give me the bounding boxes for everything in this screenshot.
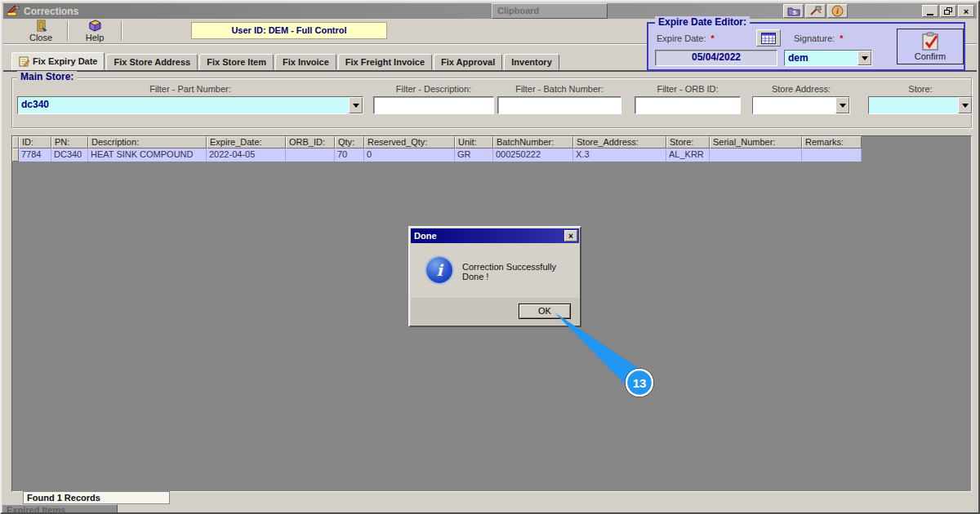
column-header[interactable]: Qty: [335, 136, 364, 148]
confirm-button[interactable]: Confirm [897, 29, 964, 64]
user-id-banner: User ID: DEM - Full Control [191, 22, 387, 39]
minimize-button[interactable] [922, 5, 938, 17]
column-header[interactable]: Expire_Date: [207, 136, 286, 148]
column-header[interactable]: BatchNumber: [493, 136, 573, 148]
column-header[interactable]: Unit: [455, 136, 493, 148]
chevron-down-icon [353, 104, 359, 108]
cell-remarks [802, 148, 862, 162]
cell-pn: DC340 [51, 148, 88, 162]
dialog-titlebar: Done × [411, 228, 579, 243]
help-button-label: Help [86, 33, 105, 42]
dropdown-button[interactable] [858, 51, 871, 65]
filter-part-number: Filter - Part Number: dc340 [17, 84, 363, 114]
tab-label: Fix Store Item [207, 57, 266, 67]
dropdown-button[interactable] [835, 97, 849, 113]
chevron-down-icon [862, 56, 868, 60]
restore-icon [944, 7, 952, 15]
tab-strip: Fix Expiry Date Fix Store Address Fix St… [11, 52, 561, 70]
tab-fix-expiry-date[interactable]: Fix Expiry Date [11, 52, 105, 70]
required-asterisk: * [840, 33, 843, 43]
tab-label: Fix Store Address [114, 57, 190, 67]
info-button[interactable]: i [827, 4, 848, 18]
chevron-down-icon [840, 104, 846, 108]
row-indicator-header [12, 136, 19, 148]
info-icon: i [831, 5, 844, 17]
ok-button[interactable]: OK [519, 304, 571, 319]
expire-date-field[interactable]: 05/04/2022 [655, 50, 777, 66]
grid-header-row: ID: PN: Description: Expire_Date: ORB_ID… [12, 136, 971, 148]
filter-label: Filter - ORB ID: [635, 84, 741, 96]
part-number-combo[interactable]: dc340 [17, 96, 363, 114]
expire-date-editor-panel: Expire Date Editor: Expire Date:* 05/04/… [647, 22, 965, 71]
dropdown-button[interactable] [958, 97, 972, 113]
help-button[interactable]: Help [72, 20, 118, 42]
orb-id-input[interactable] [635, 96, 741, 114]
cell-description: HEAT SINK COMPOUND [88, 148, 207, 162]
filter-label: Filter - Description: [373, 84, 494, 96]
column-header[interactable]: Store: [666, 136, 710, 148]
record-count-status: Found 1 Records [23, 491, 170, 504]
dialog-close-button[interactable]: × [564, 230, 577, 241]
part-number-value: dc340 [18, 97, 349, 113]
store-address-combo[interactable] [752, 96, 850, 114]
calendar-icon [761, 33, 776, 44]
expired-items-window-title[interactable]: Expired Items [2, 504, 118, 514]
dropdown-button[interactable] [349, 97, 363, 113]
signature-combo[interactable]: dem [784, 50, 872, 66]
column-header[interactable]: PN: [51, 136, 88, 148]
clipboard-window-title[interactable]: Clipboard [492, 3, 608, 19]
signature-label: Signature:* [794, 33, 843, 43]
edit-note-icon [19, 56, 29, 67]
tab-label: Inventory [511, 57, 552, 67]
done-dialog: Done × i Correction Successfully Done ! … [408, 226, 581, 327]
row-indicator [12, 148, 19, 162]
info-circle-icon: i [426, 257, 452, 283]
cell-store: AL_KRR [666, 148, 710, 162]
filter-store: Store: [868, 84, 973, 114]
cell-reserved-qty: 0 [364, 148, 455, 162]
cell-store-address: X.3 [573, 148, 666, 162]
store-combo[interactable] [868, 96, 973, 114]
window-title: Corrections [24, 6, 78, 17]
tab-fix-store-item[interactable]: Fix Store Item [199, 54, 274, 70]
corrections-window: Corrections Clipboard S i [0, 0, 980, 514]
confirm-check-icon [920, 32, 941, 51]
close-button[interactable]: Close [18, 20, 64, 42]
required-asterisk: * [711, 33, 715, 43]
tab-inventory[interactable]: Inventory [504, 54, 559, 70]
tab-fix-store-address[interactable]: Fix Store Address [106, 54, 198, 70]
description-input[interactable] [373, 96, 494, 114]
cell-expire-date: 2022-04-05 [207, 148, 286, 162]
batch-number-input[interactable] [497, 96, 621, 114]
filter-label: Filter - Batch Number: [497, 84, 621, 96]
calendar-button[interactable] [756, 29, 781, 47]
tab-label: Fix Freight Invoice [345, 57, 425, 67]
minimize-icon [927, 14, 933, 16]
close-window-button[interactable]: × [958, 5, 974, 17]
filter-label: Store Address: [752, 84, 850, 96]
app-icon [7, 5, 20, 17]
column-header[interactable]: Serial_Number: [710, 136, 802, 148]
tools-button[interactable] [805, 4, 826, 18]
column-header[interactable]: ID: [19, 136, 51, 148]
column-header[interactable]: Remarks: [802, 136, 862, 148]
filter-orb-id: Filter - ORB ID: [635, 84, 741, 114]
column-header[interactable]: Description: [88, 136, 207, 148]
tab-fix-freight-invoice[interactable]: Fix Freight Invoice [338, 54, 432, 70]
editor-panel-title: Expire Date Editor: [655, 16, 750, 28]
tab-fix-approval[interactable]: Fix Approval [434, 54, 502, 70]
store-folder-button[interactable]: S [783, 4, 804, 18]
tab-fix-invoice[interactable]: Fix Invoice [275, 54, 336, 70]
table-row[interactable]: 7784 DC340 HEAT SINK COMPOUND 2022-04-05… [12, 148, 971, 162]
cell-unit: GR [455, 148, 493, 162]
column-header[interactable]: Reserved_Qty: [364, 136, 455, 148]
folder-letter: S [792, 10, 796, 16]
column-header[interactable]: ORB_ID: [286, 136, 335, 148]
cell-id: 7784 [19, 148, 51, 162]
cell-orb-id [286, 148, 335, 162]
column-header[interactable]: Store_Address: [573, 136, 666, 148]
store-value [869, 97, 958, 113]
main-store-title: Main Store: [17, 71, 77, 82]
restore-button[interactable] [940, 5, 956, 17]
close-button-label: Close [29, 33, 52, 42]
